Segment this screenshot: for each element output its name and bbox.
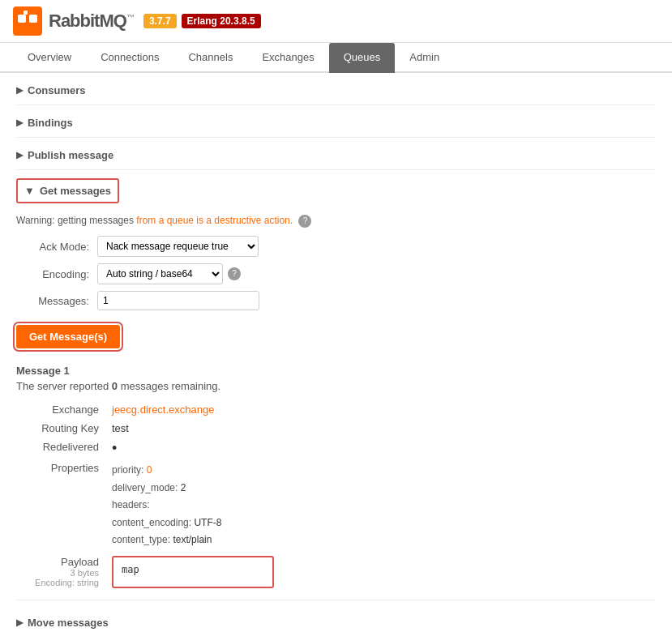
exchange-value-link[interactable]: jeecg.direct.exchange — [112, 404, 214, 416]
nav-overview[interactable]: Overview — [13, 43, 86, 73]
server-report: The server reported 0 messages remaining… — [16, 380, 656, 392]
svg-rect-0 — [13, 6, 42, 36]
message-header: Message 1 — [16, 365, 656, 377]
exchange-row: Exchange jeecg.direct.exchange — [16, 400, 656, 419]
content-encoding-prop: content_encoding: UTF-8 — [112, 515, 649, 532]
erlang-badge: Erlang 20.3.8.5 — [182, 14, 261, 28]
version-badge: 3.7.7 — [143, 14, 177, 28]
routing-key-row: Routing Key test — [16, 419, 656, 438]
nav-exchanges[interactable]: Exchanges — [247, 43, 328, 73]
encoding-select[interactable]: Auto string / base64 base64 — [97, 263, 223, 284]
bindings-arrow-icon: ▶ — [16, 117, 23, 128]
nav-queues[interactable]: Queues — [329, 43, 396, 73]
properties-block: priority: 0 delivery_mode: 2 headers: co… — [112, 462, 649, 549]
get-messages-arrow-icon: ▼ — [24, 185, 35, 197]
properties-label: Properties — [16, 459, 105, 553]
messages-count-row: Messages: — [16, 291, 656, 310]
bindings-label: Bindings — [28, 117, 73, 129]
get-messages-button[interactable]: Get Message(s) — [16, 325, 120, 348]
headers-prop: headers: — [112, 497, 649, 515]
payload-value: map — [122, 564, 139, 575]
move-messages-section-header[interactable]: ▶ Move messages — [16, 609, 656, 632]
svg-rect-2 — [29, 15, 37, 23]
top-bar: RabbitMQ™ 3.7.7 Erlang 20.3.8.5 — [0, 0, 672, 43]
bindings-section-header[interactable]: ▶ Bindings — [16, 109, 656, 138]
publish-arrow-icon: ▶ — [16, 150, 23, 160]
svg-rect-1 — [18, 15, 26, 23]
svg-rect-3 — [24, 11, 28, 15]
move-messages-arrow-icon: ▶ — [16, 617, 23, 628]
rabbitmq-logo-icon — [13, 6, 42, 36]
messages-input[interactable] — [97, 291, 259, 310]
consumers-arrow-icon: ▶ — [16, 85, 23, 96]
messages-label: Messages: — [16, 295, 89, 307]
get-messages-section-header[interactable]: ▼ Get messages — [16, 178, 119, 203]
move-messages-section: ▶ Move messages — [16, 600, 656, 632]
publish-message-section-header[interactable]: ▶ Publish message — [16, 141, 656, 170]
exchange-label: Exchange — [16, 400, 105, 419]
move-messages-label: Move messages — [28, 617, 109, 629]
routing-key-label: Routing Key — [16, 419, 105, 438]
publish-message-label: Publish message — [28, 149, 113, 161]
ack-mode-row: Ack Mode: Nack message requeue true Ack … — [16, 236, 656, 257]
delivery-mode-prop: delivery_mode: 2 — [112, 480, 649, 497]
encoding-help-badge[interactable]: ? — [228, 267, 241, 280]
routing-key-value: test — [105, 419, 656, 438]
properties-row: Properties priority: 0 delivery_mode: 2 … — [16, 459, 656, 553]
message-detail-table: Exchange jeecg.direct.exchange Routing K… — [16, 400, 656, 591]
consumers-section-header[interactable]: ▶ Consumers — [16, 76, 656, 105]
consumers-label: Consumers — [28, 84, 86, 96]
payload-size: 3 bytes — [23, 568, 99, 578]
logo-area: RabbitMQ™ — [13, 6, 134, 36]
nav-connections[interactable]: Connections — [86, 43, 173, 73]
payload-row: Payload 3 bytes Encoding: string map — [16, 553, 656, 591]
nav-bar: Overview Connections Channels Exchanges … — [0, 43, 672, 73]
payload-label: Payload 3 bytes Encoding: string — [16, 553, 105, 591]
nav-channels[interactable]: Channels — [173, 43, 247, 73]
ack-mode-label: Ack Mode: — [16, 241, 89, 253]
encoding-row: Encoding: Auto string / base64 base64 ? — [16, 263, 656, 284]
redelivered-row: Redelivered • — [16, 438, 656, 459]
encoding-label: Encoding: — [16, 268, 89, 280]
priority-prop: priority: 0 — [112, 462, 649, 480]
payload-encoding-label: Encoding: string — [23, 578, 99, 587]
destructive-action-link[interactable]: from a queue is a destructive action. — [136, 215, 293, 226]
redelivered-label: Redelivered — [16, 438, 105, 459]
help-badge[interactable]: ? — [298, 215, 311, 228]
logo-text: RabbitMQ™ — [49, 11, 134, 32]
content-area: ▶ Consumers ▶ Bindings ▶ Publish message… — [0, 76, 672, 632]
ack-mode-select[interactable]: Nack message requeue true Ack message re… — [97, 236, 259, 257]
payload-box: map — [112, 556, 274, 588]
content-type-prop: content_type: text/plain — [112, 532, 649, 549]
nav-admin[interactable]: Admin — [395, 43, 454, 73]
get-messages-label: Get messages — [40, 185, 111, 197]
redelivered-value: • — [112, 440, 117, 456]
warning-text: Warning: getting messages from a queue i… — [16, 215, 656, 228]
remaining-count: 0 — [112, 380, 118, 392]
